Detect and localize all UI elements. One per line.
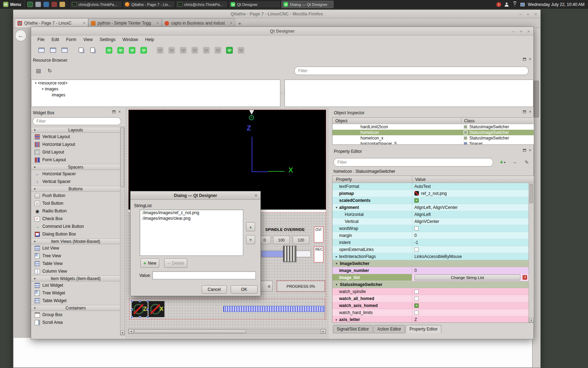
- widget-item-list-widget[interactable]: List Widget: [31, 281, 120, 289]
- tab-signal-slot-editor[interactable]: Signal/Slot Editor: [333, 325, 373, 333]
- checkbox-unchecked[interactable]: [414, 297, 419, 301]
- selection-handle[interactable]: [131, 316, 133, 318]
- selection-handle[interactable]: [131, 308, 133, 311]
- widget-item-dialog-button-box[interactable]: Dialog Button Box: [31, 230, 120, 238]
- taskbar-window-qtlathe-page-7-lin[interactable]: Qtlathe - Page 7 - Lin...: [123, 1, 175, 8]
- menu-help[interactable]: Help: [141, 36, 158, 43]
- widget-item-group-box[interactable]: Group Box: [31, 311, 120, 319]
- expander-icon[interactable]: ▾: [334, 283, 339, 286]
- striped-bar-widget[interactable]: [223, 306, 325, 312]
- property-row-indent[interactable]: indent-1: [332, 239, 529, 246]
- cancel-button[interactable]: Cancel: [202, 285, 227, 294]
- widget-item-horizontal-layout[interactable]: Horizontal Layout: [31, 141, 120, 148]
- checkbox-checked[interactable]: ✕: [414, 304, 419, 308]
- browser-launcher-icon[interactable]: [43, 2, 49, 7]
- override-segment-100[interactable]: 100: [273, 236, 290, 244]
- property-row-wordwrap[interactable]: wordWrap: [332, 225, 529, 232]
- checkbox-unchecked[interactable]: [414, 289, 419, 294]
- column-object[interactable]: Object: [332, 118, 461, 123]
- user-applet-icon[interactable]: [504, 2, 509, 7]
- property-group-imageswitcher[interactable]: ▾ImageSwitcher: [332, 260, 529, 267]
- widget-box-scrollbar-thumb[interactable]: [121, 128, 124, 187]
- back-button[interactable]: ←: [15, 30, 27, 41]
- property-row-margin[interactable]: margin0: [332, 232, 529, 239]
- taskbar-window-qt-designer[interactable]: QtQt Designer: [229, 1, 281, 8]
- dialog-titlebar[interactable]: Dialog — Qt Designer ×: [131, 191, 260, 200]
- widget-section-spacers[interactable]: ▾Spacers: [31, 164, 120, 170]
- maximize-icon[interactable]: +: [520, 29, 523, 34]
- resource-filter-input[interactable]: [294, 67, 528, 75]
- property-value-cell[interactable]: ✕: [412, 302, 529, 309]
- clock[interactable]: Wednesday July 22, 10:40 AM: [528, 2, 584, 7]
- files-launcher-icon[interactable]: [35, 2, 41, 7]
- widget-item-scroll-area[interactable]: Scroll Area: [31, 319, 120, 326]
- property-value-cell[interactable]: [412, 295, 529, 302]
- expander-icon[interactable]: ▸: [334, 318, 339, 321]
- layout-horizontal-button[interactable]: Qt: [155, 46, 165, 55]
- property-group-statusimageswitcher[interactable]: ▾StatusImageSwitcher: [332, 281, 529, 288]
- property-row-pixmap[interactable]: pixmapref_z_not.png: [332, 190, 529, 197]
- value-input[interactable]: [152, 271, 256, 279]
- taskbar-window-chris-chris-thinkpa[interactable]: >_chris@chris-ThinkPa...: [70, 1, 122, 8]
- property-value-cell[interactable]: [412, 309, 529, 316]
- menu-form[interactable]: Form: [63, 36, 80, 43]
- widget-section-layouts[interactable]: ▾Layouts: [31, 127, 120, 133]
- firefox-scrollbar-thumb[interactable]: [534, 81, 539, 117]
- property-row-scaledcontents[interactable]: scaledContents✕: [332, 197, 529, 204]
- scrollbar-thumb[interactable]: [134, 329, 246, 333]
- checkbox-unchecked[interactable]: [414, 226, 419, 231]
- ref-x-not-image-widget[interactable]: X: [148, 301, 164, 317]
- browser-tab-qtlathe-page-7-linuxc[interactable]: Qtlathe - Page 7 - LinuxC×: [15, 18, 88, 28]
- reset-property-button[interactable]: ↺: [523, 275, 527, 280]
- ref-z-not-image-widget[interactable]: Z: [132, 301, 148, 317]
- resource-tree-item-images[interactable]: ▾images: [31, 86, 280, 92]
- widget-item-table-widget[interactable]: Table Widget: [31, 297, 120, 305]
- string-list-box[interactable]: :/images/images/ref_z_not.png:/images/im…: [140, 210, 243, 256]
- layout-grid-button[interactable]: Qt: [202, 46, 211, 55]
- edit-widgets-button[interactable]: Qt: [104, 46, 114, 55]
- edit-resources-button[interactable]: ▤: [35, 67, 42, 75]
- widget-section-containers[interactable]: ▾Containers: [31, 305, 120, 311]
- resource-tree-item-images[interactable]: images: [31, 92, 280, 98]
- widget-item-tree-widget[interactable]: Tree Widget: [31, 289, 120, 297]
- close-icon[interactable]: ×: [534, 12, 537, 17]
- resource-tree-item-resource-root[interactable]: ▾<resource root>: [31, 80, 280, 86]
- editor-launcher-icon[interactable]: [51, 2, 57, 7]
- float-panel-icon[interactable]: [112, 110, 115, 113]
- object-inspector-header[interactable]: Object Inspector: [332, 109, 534, 117]
- tab-close-icon[interactable]: ×: [83, 21, 85, 26]
- change-string-list-button[interactable]: Change String List: [414, 274, 520, 280]
- reload-resources-button[interactable]: ↻: [46, 67, 54, 75]
- menu-window[interactable]: Window: [119, 36, 141, 43]
- property-value-cell[interactable]: Change String List↺: [412, 274, 529, 281]
- scroll-left-button[interactable]: ◂: [128, 329, 134, 334]
- taskbar-window-dialog-qt-designer[interactable]: QtDialog — Qt Designer: [281, 1, 334, 8]
- firefox-titlebar[interactable]: Qtlathe - Page 7 - LinuxCNC - Mozilla Fi…: [13, 10, 540, 18]
- browser-tab-capto-in-business-and-indust[interactable]: capto in Business and Indust×: [162, 18, 235, 28]
- overrides-group-partial[interactable]: OVI: [314, 227, 323, 243]
- delete-string-button[interactable]: − Delete: [164, 258, 187, 268]
- menu-file[interactable]: File: [34, 36, 48, 43]
- slider-handle[interactable]: [283, 246, 296, 262]
- expander-icon[interactable]: ▾: [34, 81, 38, 85]
- minimize-icon[interactable]: –: [519, 12, 522, 17]
- property-row-vertical[interactable]: VerticalAlignVCenter: [332, 218, 529, 225]
- menu-view[interactable]: View: [80, 36, 96, 43]
- property-filter-input[interactable]: [334, 158, 493, 166]
- override-segment-120[interactable]: 120: [293, 236, 309, 244]
- widget-box-header[interactable]: Widget Box: [31, 109, 125, 117]
- network-icon[interactable]: [520, 3, 525, 6]
- layout-vertical-button[interactable]: Qt: [167, 46, 176, 55]
- widget-item-table-view[interactable]: Table View: [31, 260, 120, 267]
- close-icon[interactable]: ×: [527, 29, 530, 34]
- widget-item-horizontal-spacer[interactable]: ↔Horizontal Spacer: [31, 170, 120, 178]
- open-form-button[interactable]: [48, 46, 58, 55]
- form-horizontal-scrollbar[interactable]: ◂ ▸: [128, 329, 326, 334]
- close-icon[interactable]: ×: [254, 193, 257, 198]
- widget-item-tool-button[interactable]: Tool Button: [31, 199, 120, 207]
- widget-section-item-views-model-based[interactable]: ▾Item Views (Model-Based): [31, 238, 120, 244]
- inspector-row-hardlimit2icon[interactable]: hardLimit2IconStatusImageSwitcher: [332, 124, 534, 130]
- edit-tab-order-button[interactable]: Qt: [139, 46, 148, 55]
- browser-tab-python-simple-tkinter-togg[interactable]: python - Simple Tkinter Togg×: [88, 18, 162, 28]
- widget-item-push-button[interactable]: Push Button: [31, 192, 120, 199]
